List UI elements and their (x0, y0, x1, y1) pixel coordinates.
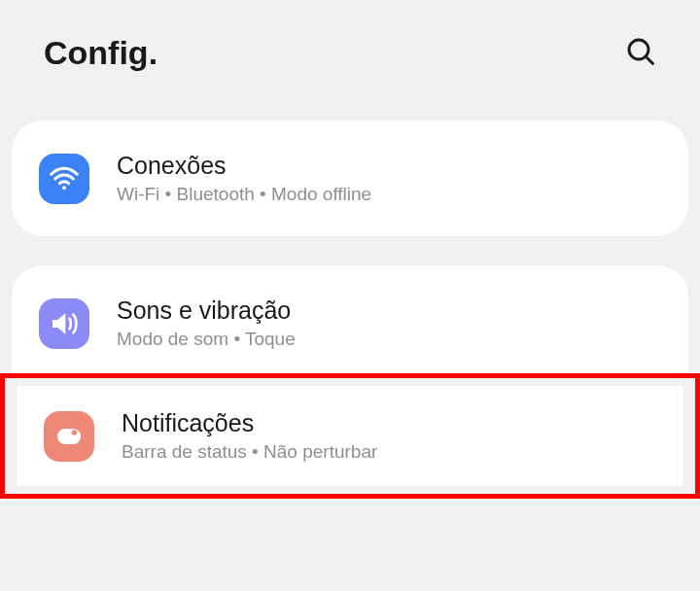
svg-point-4 (72, 430, 77, 435)
item-title: Notificações (122, 409, 377, 437)
item-subtitle: Barra de status • Não perturbar (122, 441, 377, 463)
item-title: Sons e vibração (117, 296, 296, 325)
item-subtitle: Wi-Fi • Bluetooth • Modo offline (117, 184, 371, 205)
search-button[interactable] (625, 36, 656, 71)
highlighted-section: Notificações Barra de status • Não pertu… (0, 373, 700, 499)
svg-rect-3 (57, 429, 81, 444)
settings-item-notifications[interactable]: Notificações Barra de status • Não pertu… (17, 386, 683, 486)
card-connections: Conexões Wi-Fi • Bluetooth • Modo offlin… (12, 121, 688, 236)
page-title: Config. (44, 34, 158, 72)
svg-line-1 (647, 57, 653, 64)
notifications-icon (44, 411, 94, 462)
item-subtitle: Modo de som • Toque (117, 329, 296, 350)
svg-point-2 (62, 186, 66, 190)
item-content: Notificações Barra de status • Não pertu… (122, 409, 377, 463)
card-sounds-notifications: Sons e vibração Modo de som • Toque (12, 265, 688, 373)
settings-item-sounds[interactable]: Sons e vibração Modo de som • Toque (12, 273, 688, 373)
wifi-icon (39, 154, 89, 204)
svg-point-0 (629, 40, 648, 59)
header: Config. (0, 0, 700, 121)
search-icon (625, 36, 656, 67)
item-content: Sons e vibração Modo de som • Toque (117, 296, 296, 350)
settings-item-connections[interactable]: Conexões Wi-Fi • Bluetooth • Modo offlin… (12, 128, 688, 228)
sound-icon (39, 298, 89, 349)
item-title: Conexões (117, 152, 371, 180)
item-content: Conexões Wi-Fi • Bluetooth • Modo offlin… (117, 152, 371, 205)
